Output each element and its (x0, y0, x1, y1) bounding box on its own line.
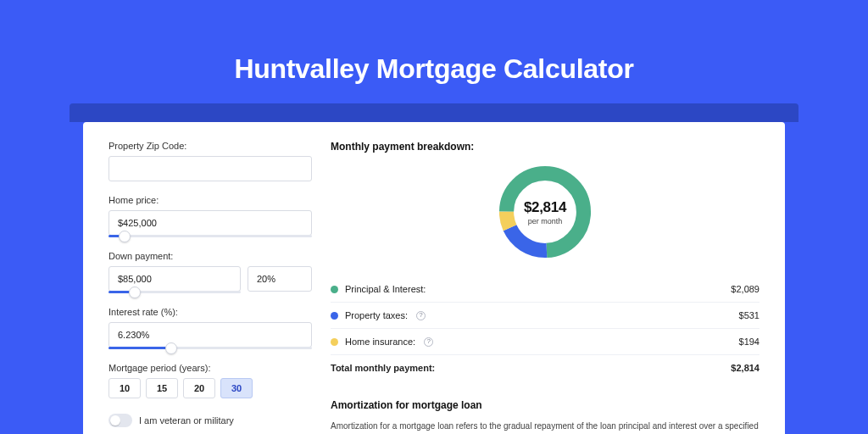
legend-label: Property taxes: (345, 310, 408, 320)
legend-total: Total monthly payment: $2,814 (331, 354, 760, 381)
legend: Principal & Interest:$2,089Property taxe… (331, 276, 760, 354)
zip-group: Property Zip Code: (108, 141, 312, 181)
home-price-label: Home price: (108, 195, 312, 205)
slider-thumb[interactable] (119, 231, 131, 242)
down-payment-slider[interactable] (108, 291, 241, 293)
donut-sub: per month (528, 217, 563, 225)
down-payment-pct-input[interactable] (248, 266, 312, 292)
zip-label: Property Zip Code: (108, 141, 312, 151)
donut-wrap: $2,814 per month (331, 161, 760, 263)
page-title: Huntvalley Mortgage Calculator (0, 0, 868, 103)
legend-dot (331, 338, 338, 346)
period-button-10[interactable]: 10 (108, 378, 141, 398)
legend-label: Principal & Interest: (345, 284, 426, 294)
calculator-card: Property Zip Code: Home price: Down paym… (83, 122, 785, 434)
card-shadow (70, 103, 798, 122)
interest-rate-group: Interest rate (%): (108, 307, 312, 349)
legend-amount: $194 (739, 337, 760, 347)
legend-amount: $2,089 (731, 284, 760, 294)
home-price-group: Home price: (108, 195, 312, 237)
period-button-30[interactable]: 30 (220, 378, 253, 398)
legend-row: Principal & Interest:$2,089 (331, 276, 760, 303)
down-payment-label: Down payment: (108, 251, 312, 261)
legend-dot (331, 312, 338, 320)
legend-label: Home insurance: (345, 337, 415, 347)
period-button-20[interactable]: 20 (183, 378, 215, 398)
results-column: Monthly payment breakdown: $2,814 per mo… (331, 141, 760, 434)
breakdown-title: Monthly payment breakdown: (331, 141, 760, 153)
period-label: Mortgage period (years): (108, 363, 312, 373)
zip-input[interactable] (108, 156, 312, 181)
interest-rate-input[interactable] (108, 322, 312, 348)
home-price-input[interactable] (108, 210, 312, 236)
interest-rate-slider[interactable] (108, 347, 312, 349)
info-icon[interactable]: ? (416, 311, 426, 320)
legend-dot (331, 286, 338, 293)
interest-rate-label: Interest rate (%): (108, 307, 312, 317)
legend-row: Property taxes:?$531 (331, 303, 760, 329)
donut-amount: $2,814 (524, 199, 566, 216)
down-payment-group: Down payment: (108, 251, 312, 293)
period-group: Mortgage period (years): 10152030 (108, 363, 312, 398)
veteran-toggle[interactable] (108, 414, 132, 427)
inputs-column: Property Zip Code: Home price: Down paym… (108, 141, 312, 434)
donut-chart: $2,814 per month (494, 161, 596, 263)
legend-row: Home insurance:?$194 (331, 329, 760, 354)
total-label: Total monthly payment: (331, 363, 435, 373)
info-icon[interactable]: ? (424, 337, 433, 347)
slider-thumb[interactable] (165, 342, 177, 354)
home-price-slider[interactable] (108, 235, 312, 237)
period-button-15[interactable]: 15 (146, 378, 178, 398)
total-amount: $2,814 (731, 363, 760, 373)
down-payment-input[interactable] (108, 266, 241, 292)
amortization-title: Amortization for mortgage loan (331, 399, 760, 411)
amortization-text: Amortization for a mortgage loan refers … (331, 420, 760, 432)
veteran-label: I am veteran or military (139, 415, 234, 426)
veteran-row: I am veteran or military (108, 414, 312, 427)
legend-amount: $531 (739, 310, 760, 320)
slider-thumb[interactable] (129, 287, 141, 298)
